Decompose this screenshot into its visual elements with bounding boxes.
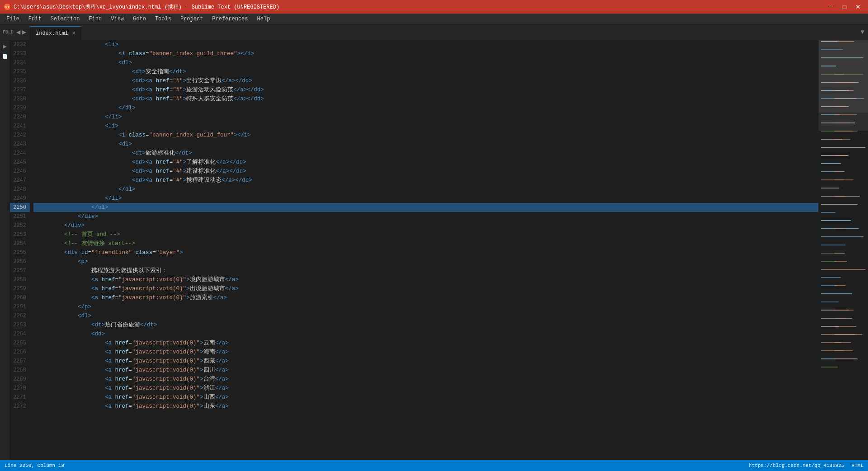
status-left: Line 2250, Column 18 [5, 463, 64, 468]
status-right: https://blog.csdn.net/qq_4136825 HTML [749, 463, 863, 468]
minimap[interactable] [818, 40, 868, 460]
code-content: 2232223322342235223622372238223922402241… [10, 40, 818, 460]
menu-item-goto[interactable]: Goto [128, 14, 151, 24]
sidebar-folder-button[interactable]: ▶ [1, 42, 9, 50]
code-line: <!-- 首页 end --> [33, 230, 818, 239]
title-bar-left: C:\Users\asus\Desktop\携程\xc_lvyou\index.… [4, 3, 279, 11]
code-line: <a href="javascript:void(0)">浙江</a> [33, 384, 818, 393]
line-number: 2246 [10, 167, 30, 176]
line-number: 2233 [10, 49, 30, 58]
line-numbers: 2232223322342235223622372238223922402241… [10, 40, 33, 460]
code-line: <dt>热门省份旅游</dt> [33, 320, 818, 330]
line-number: 2240 [10, 113, 30, 122]
code-line: <i class="banner_index guild_three"></i> [33, 49, 818, 58]
code-line: </p> [33, 302, 818, 311]
line-number: 2254 [10, 239, 30, 248]
code-line: <a href="javascript:void(0)">西藏</a> [33, 357, 818, 366]
line-number: 2263 [10, 320, 30, 330]
sidebar-file-button[interactable]: 📄 [1, 52, 9, 60]
line-number: 2261 [10, 302, 30, 311]
tab-index-html[interactable]: index.html× [30, 26, 81, 40]
line-number: 2267 [10, 357, 30, 366]
status-encoding: HTML [852, 463, 863, 468]
code-line: <dl> [33, 140, 818, 149]
minimize-button[interactable]: ─ [825, 2, 837, 11]
code-line: <a href="javascript:void(0)">山东</a> [33, 402, 818, 411]
code-line: <dd><a href="#">出行安全常识</a></dd> [33, 76, 818, 85]
line-number: 2249 [10, 194, 30, 203]
tab-bar: FOLD ◀ ▶ index.html× ▼ [0, 24, 868, 40]
fold-right-button[interactable]: ▶ [21, 29, 27, 35]
line-number: 2252 [10, 221, 30, 230]
tab-close-button[interactable]: × [72, 30, 75, 37]
status-bar: Line 2250, Column 18 https://blog.csdn.n… [0, 460, 868, 471]
code-line: <a href="javascript:void(0)">境内旅游城市</a> [33, 275, 818, 284]
menu-item-edit[interactable]: Edit [24, 14, 46, 24]
menu-item-file[interactable]: File [2, 14, 24, 24]
line-number: 2238 [10, 94, 30, 104]
line-number: 2257 [10, 266, 30, 275]
line-number: 2256 [10, 257, 30, 266]
code-line: <a href="javascript:void(0)">四川</a> [33, 366, 818, 375]
code-line: <dd><a href="#">旅游活动风险防范</a></dd> [33, 85, 818, 94]
code-line: </dl> [33, 104, 818, 113]
line-number: 2239 [10, 104, 30, 113]
line-number: 2272 [10, 402, 30, 411]
fold-left-button[interactable]: ◀ [15, 29, 21, 35]
line-number: 2232 [10, 40, 30, 49]
code-line: </div> [33, 212, 818, 221]
menu-item-view[interactable]: View [106, 14, 128, 24]
code-line: <li> [33, 40, 818, 49]
close-button[interactable]: ✕ [852, 2, 864, 11]
line-number: 2250 [10, 203, 30, 212]
menu-item-find[interactable]: Find [84, 14, 106, 24]
line-number: 2251 [10, 212, 30, 221]
line-number: 2271 [10, 393, 30, 402]
menu-item-preferences[interactable]: Preferences [208, 14, 252, 24]
sublime-text-icon [4, 3, 11, 10]
code-line: <div id="friendlink" class="layer"> [33, 248, 818, 257]
code-line: </li> [33, 194, 818, 203]
menu-item-selection[interactable]: Selection [46, 14, 85, 24]
code-line: </ul> [33, 203, 818, 212]
status-url: https://blog.csdn.net/qq_4136825 [749, 463, 844, 468]
menu-item-project[interactable]: Project [176, 14, 208, 24]
tab-dropdown-button[interactable]: ▼ [857, 28, 868, 36]
menu-item-help[interactable]: Help [253, 14, 275, 24]
code-line: <a href="javascript:void(0)">山西</a> [33, 393, 818, 402]
line-number: 2262 [10, 311, 30, 320]
code-area[interactable]: <li> <i class="banner_index guild_three"… [33, 40, 818, 460]
line-number: 2242 [10, 131, 30, 140]
line-number: 2243 [10, 140, 30, 149]
sidebar: ▶ 📄 [0, 40, 10, 460]
code-line: <dd><a href="#">建设标准化</a></dd> [33, 167, 818, 176]
line-number: 2266 [10, 348, 30, 357]
tab-label: index.html [36, 30, 68, 37]
maximize-button[interactable]: □ [838, 2, 851, 11]
code-line: <dt>旅游标准化</dt> [33, 149, 818, 158]
line-number: 2235 [10, 67, 30, 76]
title-bar: C:\Users\asus\Desktop\携程\xc_lvyou\index.… [0, 0, 868, 14]
code-line: <p> [33, 257, 818, 266]
fold-controls: FOLD ◀ ▶ [0, 24, 30, 40]
code-line: <dl> [33, 58, 818, 67]
menu-item-tools[interactable]: Tools [151, 14, 176, 24]
line-number: 2260 [10, 293, 30, 302]
code-line: 携程旅游为您提供以下索引： [33, 266, 818, 275]
line-number: 2244 [10, 149, 30, 158]
code-line: <a href="javascript:void(0)">台湾</a> [33, 375, 818, 384]
line-number: 2234 [10, 58, 30, 67]
title-bar-controls: ─ □ ✕ [825, 2, 864, 11]
line-number: 2253 [10, 230, 30, 239]
fold-label: FOLD [3, 30, 14, 35]
line-number: 2237 [10, 85, 30, 94]
code-line: <i class="banner_index guild_four"></i> [33, 131, 818, 140]
code-line: <dd><a href="#">了解标准化</a></dd> [33, 158, 818, 167]
code-line: <dd><a href="#">特殊人群安全防范</a></dd> [33, 94, 818, 104]
code-line: <dd><a href="#">携程建设动态</a></dd> [33, 176, 818, 185]
line-number: 2248 [10, 185, 30, 194]
minimap-content [819, 40, 868, 460]
line-number: 2265 [10, 339, 30, 348]
code-line: <a href="javascript:void(0)">海南</a> [33, 348, 818, 357]
line-number: 2270 [10, 384, 30, 393]
